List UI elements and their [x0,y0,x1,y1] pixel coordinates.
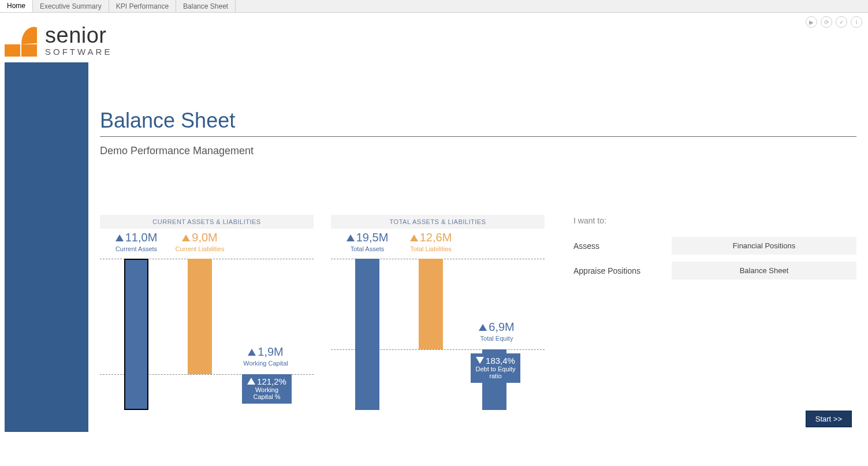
bar-current-liabilities [188,259,212,374]
tab-kpi-performance[interactable]: KPI Performance [109,0,176,12]
play-icon[interactable]: ▶ [806,16,817,28]
logo-sub: SOFTWARE [45,47,112,56]
sidebar [5,62,88,432]
metric-total-assets: 19,5M Total Assets [336,231,399,253]
box-working-capital-pct: 121,2% Working Capital % [242,374,292,404]
right-row-box-balance-sheet[interactable]: Balance Sheet [672,262,856,279]
logo-mark [5,23,38,57]
logo-text: senior SOFTWARE [45,24,112,56]
box-label: Working Capital % [245,386,288,400]
page-title: Balance Sheet [100,109,856,133]
arrow-up-icon [116,234,124,241]
arrow-up-icon [479,324,487,331]
metric-label: Total Assets [336,245,399,253]
metric-label: Total Liabilities [399,245,463,253]
right-row-box-financial-positions[interactable]: Financial Positions [672,237,856,255]
arrow-up-icon [247,378,255,385]
metric-total-liabilities: 12,6M Total Liabilities [399,231,463,253]
svg-rect-0 [5,44,20,57]
arrow-up-icon [248,349,256,356]
info-icon[interactable]: i [851,16,862,28]
bar-current-assets [124,259,148,410]
metric-value: 19,5M [356,231,389,244]
arrow-up-icon [182,234,190,241]
chart-title: TOTAL ASSETS & LIABILITIES [331,215,545,229]
arrow-up-icon [410,234,418,241]
metric-value: 1,9M [258,345,283,358]
metric-value: 12,6M [420,231,452,244]
metric-current-liabilities: 9,0M Current Liabilities [168,231,232,253]
arrow-down-icon [476,357,484,364]
check-icon[interactable]: ✓ [836,16,847,28]
metric-working-capital: 1,9M Working Capital [234,345,297,367]
tab-balance-sheet[interactable]: Balance Sheet [176,0,236,12]
metric-value: 6,9M [489,320,514,333]
arrow-up-icon [347,234,355,241]
box-debt-equity-ratio: 183,4% Debt to Equity ratio [471,353,520,383]
toolbar-icons: ▶ ⟳ ✓ i [806,16,862,28]
tab-executive-summary[interactable]: Executive Summary [33,0,109,12]
logo-name: senior [45,24,112,46]
metric-label: Current Assets [105,245,168,253]
tab-home[interactable]: Home [0,0,33,12]
right-row-appraise: Appraise Positions Balance Sheet [573,262,856,279]
right-row-label: Assess [573,241,672,251]
right-panel-title: I want to: [573,215,856,225]
refresh-icon[interactable]: ⟳ [821,16,832,28]
metric-current-assets: 11,0M Current Assets [105,231,168,253]
metric-value: 11,0M [125,231,158,244]
box-value: 121,2% [257,376,286,386]
bar-total-assets [355,259,379,410]
metric-value: 9,0M [192,231,217,244]
metric-label: Current Liabilities [168,245,232,253]
chart-title: CURRENT ASSETS & LIABILITIES [100,215,314,229]
metric-total-equity: 6,9M Total Equity [465,320,528,342]
bar-total-liabilities [419,259,443,349]
start-button[interactable]: Start >> [806,411,852,427]
right-row-label: Appraise Positions [573,266,672,275]
svg-rect-1 [21,44,37,57]
right-row-assess: Assess Financial Positions [573,237,856,255]
chart-current-assets-liabilities: CURRENT ASSETS & LIABILITIES 11,0M Curre… [100,215,314,410]
page-subtitle: Demo Performance Management [100,145,856,157]
chart-total-assets-liabilities: TOTAL ASSETS & LIABILITIES 19,5M Total A… [331,215,545,410]
tab-strip: Home Executive Summary KPI Performance B… [0,0,868,13]
metric-label: Working Capital [234,360,297,367]
logo: senior SOFTWARE [0,13,868,62]
main-content: Balance Sheet Demo Performance Managemen… [88,62,868,432]
box-label: Debt to Equity ratio [474,366,517,379]
title-rule [100,136,856,137]
box-value: 183,4% [486,356,515,366]
right-panel: I want to: Assess Financial Positions Ap… [573,215,856,410]
metric-label: Total Equity [465,335,528,342]
